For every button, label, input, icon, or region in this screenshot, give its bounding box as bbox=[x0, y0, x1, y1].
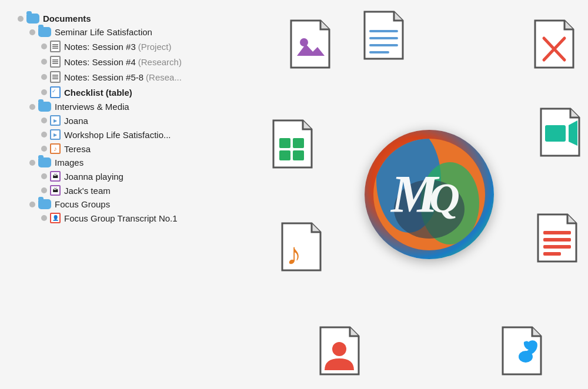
twitter-doc-icon bbox=[500, 324, 544, 377]
bullet bbox=[29, 160, 35, 166]
svg-point-25 bbox=[332, 342, 346, 356]
bullet bbox=[41, 173, 47, 179]
joanna-item[interactable]: Joanna playing bbox=[18, 169, 270, 183]
notes58-label: Notes: Session #5-8 bbox=[64, 72, 143, 82]
note-icon bbox=[50, 71, 61, 83]
folder-icon bbox=[26, 14, 39, 24]
images-folder[interactable]: Images bbox=[18, 156, 270, 169]
svg-rect-15 bbox=[293, 138, 304, 148]
interviews-folder[interactable]: Interviews & Media bbox=[18, 100, 270, 113]
bullet bbox=[41, 118, 47, 123]
radial-area: M Q bbox=[270, 0, 588, 389]
focusgroup-item[interactable]: Focus Group Transcript No.1 bbox=[18, 211, 270, 225]
bullet bbox=[41, 59, 47, 65]
svg-rect-14 bbox=[279, 138, 290, 148]
bullet bbox=[41, 43, 47, 49]
checklist-label: Checklist (table) bbox=[64, 88, 132, 98]
seminar-label: Seminar Life Satisfaction bbox=[55, 27, 152, 37]
note-icon bbox=[50, 56, 61, 68]
note-icon bbox=[50, 41, 61, 52]
interviews-label: Interviews & Media bbox=[55, 102, 129, 112]
center-logo: M Q bbox=[365, 130, 494, 259]
workshop-label: Workshop Life Satisfactio... bbox=[64, 130, 171, 140]
svg-rect-17 bbox=[293, 150, 304, 160]
svg-text:Q: Q bbox=[429, 175, 460, 222]
bullet bbox=[41, 89, 47, 95]
teresa-label: Teresa bbox=[64, 144, 91, 154]
bullet bbox=[41, 74, 47, 80]
notes4-item[interactable]: Notes: Session #4 (Research) bbox=[18, 54, 270, 69]
notes3-tag: (Project) bbox=[138, 42, 172, 52]
jacks-label: Jack's team bbox=[64, 186, 111, 196]
svg-text:♪: ♪ bbox=[286, 237, 302, 271]
logo-svg: M Q bbox=[373, 139, 485, 250]
bullet bbox=[29, 202, 35, 207]
teresa-item[interactable]: Teresa bbox=[18, 142, 270, 156]
checklist-item[interactable]: Checklist (table) bbox=[18, 85, 270, 100]
bullet bbox=[41, 187, 47, 193]
images-label: Images bbox=[55, 157, 83, 167]
video-icon bbox=[50, 129, 61, 140]
text-doc-icon bbox=[362, 9, 406, 62]
workshop-item[interactable]: Workshop Life Satisfactio... bbox=[18, 128, 270, 142]
jacks-item[interactable]: Jack's team bbox=[18, 183, 270, 197]
spreadsheet-doc-icon bbox=[270, 118, 315, 170]
focus-folder[interactable]: Focus Groups bbox=[18, 197, 270, 211]
notes58-tag: (Resea... bbox=[146, 72, 182, 82]
bullet bbox=[41, 132, 47, 138]
notes4-tag: (Research) bbox=[138, 57, 182, 67]
focusgroup-label: Focus Group Transcript No.1 bbox=[64, 213, 178, 223]
checklist-icon bbox=[50, 86, 61, 98]
notes3-item[interactable]: Notes: Session #3 (Project) bbox=[18, 39, 270, 54]
audio-doc-icon: ♪ bbox=[279, 220, 323, 273]
file-tree: Documents Seminar Life Satisfaction Note… bbox=[18, 12, 270, 225]
svg-rect-16 bbox=[279, 150, 290, 160]
bullet bbox=[41, 215, 47, 221]
contact-doc-icon bbox=[535, 212, 579, 264]
folder-icon bbox=[38, 157, 51, 167]
seminar-folder[interactable]: Seminar Life Satisfaction bbox=[18, 25, 270, 39]
notes3-label: Notes: Session #3 bbox=[64, 42, 136, 52]
joana-item[interactable]: Joana bbox=[18, 113, 270, 128]
bullet bbox=[29, 104, 35, 110]
folder-icon bbox=[38, 27, 51, 37]
svg-rect-22 bbox=[543, 238, 571, 242]
joanna-label: Joanna playing bbox=[64, 172, 123, 182]
notes58-item[interactable]: Notes: Session #5-8 (Resea... bbox=[18, 69, 270, 85]
pdf-doc-icon bbox=[532, 18, 576, 71]
bullet bbox=[29, 29, 35, 35]
folder-icon bbox=[38, 199, 51, 209]
svg-point-26 bbox=[519, 351, 533, 363]
image-doc-icon bbox=[288, 18, 332, 71]
focus-label: Focus Groups bbox=[55, 199, 110, 209]
svg-rect-21 bbox=[543, 231, 571, 234]
notes4-label: Notes: Session #4 bbox=[64, 57, 136, 67]
joana-label: Joana bbox=[64, 116, 88, 126]
root-label: Documents bbox=[43, 14, 91, 24]
image-icon bbox=[50, 171, 61, 182]
folder-icon bbox=[38, 102, 51, 112]
person-icon bbox=[50, 213, 61, 223]
person-doc-icon bbox=[318, 324, 362, 377]
audio-icon bbox=[50, 143, 61, 154]
svg-point-7 bbox=[300, 38, 308, 46]
root-folder[interactable]: Documents bbox=[18, 12, 270, 25]
video-icon bbox=[50, 115, 61, 126]
svg-rect-18 bbox=[545, 125, 566, 142]
image-icon bbox=[50, 185, 61, 196]
svg-rect-24 bbox=[543, 252, 561, 256]
video-doc-icon bbox=[538, 106, 582, 159]
bullet bbox=[18, 16, 24, 22]
svg-rect-23 bbox=[543, 245, 571, 249]
bullet bbox=[41, 146, 47, 152]
